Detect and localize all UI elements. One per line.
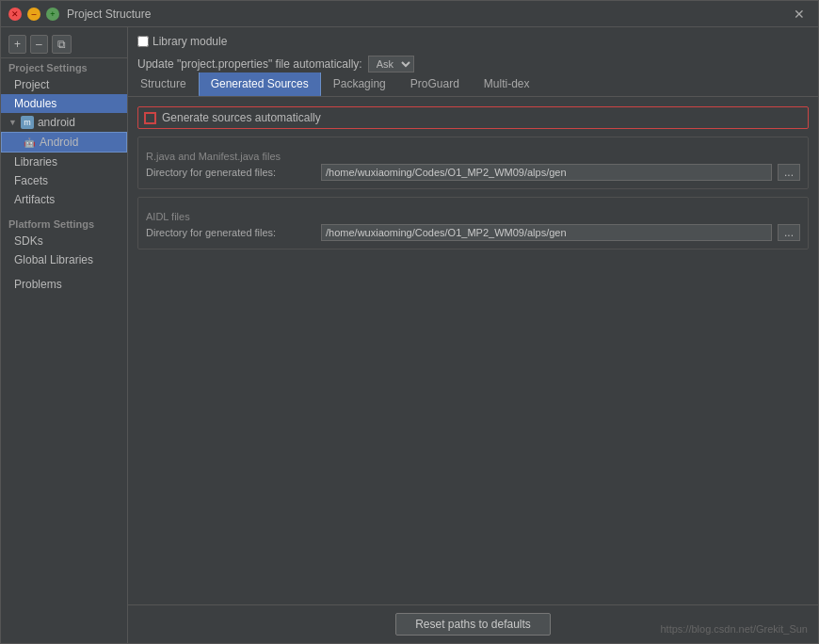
aidl-dir-input[interactable] bbox=[321, 224, 772, 241]
sidebar-tree-android[interactable]: ▼ m android bbox=[1, 113, 127, 132]
aidl-section-header: AIDL files bbox=[146, 211, 800, 222]
top-section: Library module Update "project.propertie… bbox=[128, 27, 818, 72]
sidebar-toolbar: + – ⧉ bbox=[1, 31, 127, 58]
project-settings-section-label: Project Settings bbox=[1, 58, 127, 75]
rjava-section-header: R.java and Manifest.java files bbox=[146, 151, 800, 162]
library-module-row: Library module bbox=[137, 35, 809, 48]
aidl-section: AIDL files Directory for generated files… bbox=[137, 197, 809, 250]
module-icon: m bbox=[21, 116, 34, 129]
panel-content: Generate sources automatically R.java an… bbox=[128, 97, 818, 604]
title-bar: ✕ – + Project Structure ✕ bbox=[1, 1, 818, 27]
aidl-dir-label: Directory for generated files: bbox=[146, 227, 315, 238]
library-module-label: Library module bbox=[153, 35, 227, 48]
copy-button[interactable]: ⧉ bbox=[52, 35, 72, 54]
generate-sources-checkbox[interactable] bbox=[144, 112, 156, 124]
add-button[interactable]: + bbox=[8, 35, 26, 54]
aidl-browse-button[interactable]: ... bbox=[778, 224, 800, 241]
generate-sources-row: Generate sources automatically bbox=[137, 106, 809, 129]
aidl-dir-row: Directory for generated files: ... bbox=[146, 224, 800, 241]
tab-packaging[interactable]: Packaging bbox=[321, 72, 398, 96]
close-traffic-light[interactable]: ✕ bbox=[8, 8, 22, 21]
minimize-traffic-light[interactable]: – bbox=[27, 8, 40, 21]
window-close-button[interactable]: ✕ bbox=[788, 5, 811, 24]
rjava-dir-label: Directory for generated files: bbox=[146, 167, 315, 178]
tabs-bar: Structure Generated Sources Packaging Pr… bbox=[128, 72, 818, 97]
android-child-label: Android bbox=[40, 136, 78, 149]
sidebar-item-problems[interactable]: Problems bbox=[1, 275, 127, 294]
android-module-label: android bbox=[38, 116, 75, 129]
update-label: Update "project.properties" file automat… bbox=[137, 57, 362, 71]
tab-proguard[interactable]: ProGuard bbox=[398, 72, 472, 96]
window-title: Project Structure bbox=[67, 8, 151, 21]
rjava-dir-input[interactable] bbox=[321, 164, 772, 181]
library-module-checkbox[interactable] bbox=[137, 36, 149, 47]
sidebar-item-libraries[interactable]: Libraries bbox=[1, 153, 127, 171]
sidebar-item-android-child[interactable]: 🤖 Android bbox=[1, 132, 127, 153]
project-structure-window: ✕ – + Project Structure ✕ + – ⧉ Project … bbox=[0, 0, 819, 644]
rjava-dir-row: Directory for generated files: ... bbox=[146, 164, 800, 181]
rjava-browse-button[interactable]: ... bbox=[778, 164, 800, 181]
sidebar-item-sdks[interactable]: SDKs bbox=[1, 232, 127, 250]
watermark: https://blog.csdn.net/Grekit_Sun bbox=[660, 623, 808, 635]
remove-button[interactable]: – bbox=[30, 35, 48, 54]
sidebar-item-facets[interactable]: Facets bbox=[1, 171, 127, 190]
android-icon: 🤖 bbox=[23, 136, 36, 149]
reset-paths-button[interactable]: Reset paths to defaults bbox=[395, 613, 551, 636]
tab-structure[interactable]: Structure bbox=[128, 72, 199, 96]
update-row: Update "project.properties" file automat… bbox=[137, 56, 809, 72]
rjava-section: R.java and Manifest.java files Directory… bbox=[137, 137, 809, 189]
sidebar-item-modules[interactable]: Modules bbox=[1, 94, 127, 113]
chevron-down-icon: ▼ bbox=[8, 118, 17, 127]
maximize-traffic-light[interactable]: + bbox=[46, 8, 59, 21]
sidebar-item-project[interactable]: Project bbox=[1, 75, 127, 94]
tab-multi-dex[interactable]: Multi-dex bbox=[472, 72, 542, 96]
platform-settings-section-label: Platform Settings bbox=[1, 215, 127, 232]
update-select[interactable]: Ask Yes No bbox=[368, 56, 414, 72]
right-panel: Library module Update "project.propertie… bbox=[128, 27, 818, 643]
tab-generated-sources[interactable]: Generated Sources bbox=[199, 72, 321, 96]
generate-sources-label: Generate sources automatically bbox=[162, 111, 321, 124]
title-bar-icons: ✕ – + bbox=[8, 8, 59, 21]
library-module-checkbox-wrapper: Library module bbox=[137, 35, 227, 48]
sidebar: + – ⧉ Project Settings Project Modules ▼… bbox=[1, 27, 128, 643]
sidebar-item-artifacts[interactable]: Artifacts bbox=[1, 190, 127, 209]
main-content: + – ⧉ Project Settings Project Modules ▼… bbox=[1, 27, 818, 643]
sidebar-item-global-libraries[interactable]: Global Libraries bbox=[1, 250, 127, 269]
